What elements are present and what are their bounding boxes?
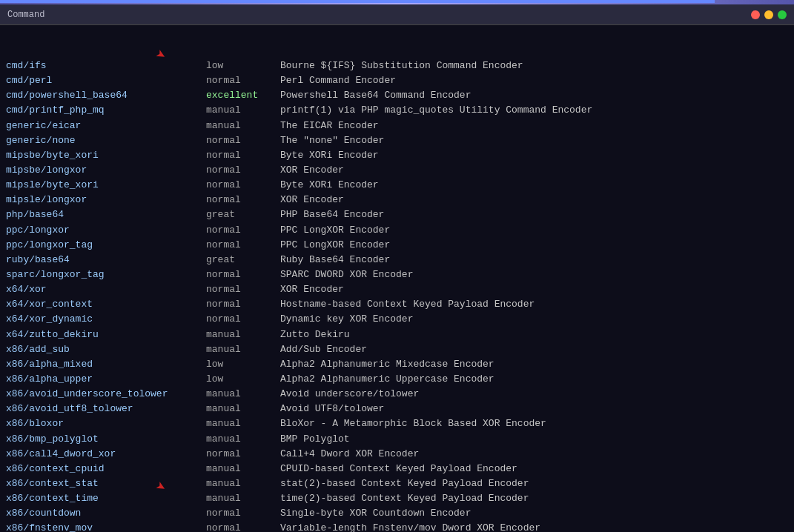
encoder-name: mipsle/longxor bbox=[6, 193, 206, 207]
encoder-name: ppc/longxor bbox=[6, 223, 206, 238]
encoder-name: x86/bloxor bbox=[6, 416, 206, 431]
table-row: x64/zutto_dekirumanualZutto Dekiru bbox=[6, 327, 788, 342]
encoder-description: XOR Encoder bbox=[280, 282, 788, 297]
encoder-name: x86/bmp_polyglot bbox=[6, 432, 206, 447]
encoder-name: ruby/base64 bbox=[6, 253, 206, 267]
encoder-description: Add/Sub Encoder bbox=[280, 342, 788, 357]
encoder-description: stat(2)-based Context Keyed Payload Enco… bbox=[280, 476, 788, 491]
encoder-description: XOR Encoder bbox=[280, 193, 788, 207]
encoder-rank: normal bbox=[206, 267, 280, 282]
encoder-name: x86/fnstenv_mov bbox=[6, 521, 206, 532]
encoder-rank: great bbox=[206, 253, 280, 267]
encoder-description: Variable-length Fnstenv/mov Dword XOR En… bbox=[280, 521, 788, 532]
encoder-name: cmd/printf_php_mq bbox=[6, 103, 206, 118]
table-row: mipsle/longxornormalXOR Encoder bbox=[6, 193, 788, 207]
table-row: mipsbe/longxornormalXOR Encoder bbox=[6, 163, 788, 178]
encoder-rank: normal bbox=[206, 163, 280, 178]
encoder-rank: normal bbox=[206, 73, 280, 88]
table-row: cmd/ifslowBourne ${IFS} Substitution Com… bbox=[6, 59, 788, 73]
encoder-description: The "none" Encoder bbox=[280, 133, 788, 148]
encoder-rank: normal bbox=[206, 312, 280, 327]
encoder-rank: manual bbox=[206, 387, 280, 402]
encoder-name: cmd/ifs bbox=[6, 59, 206, 73]
terminal-window: Command cmd/ifslowBourne ${IFS} Substitu… bbox=[0, 0, 794, 532]
table-row: php/base64greatPHP Base64 Encoder bbox=[6, 207, 788, 222]
table-row: x86/fnstenv_movnormalVariable-length Fns… bbox=[6, 521, 788, 532]
encoder-name: generic/none bbox=[6, 133, 206, 148]
encoder-rank: manual bbox=[206, 342, 280, 357]
table-row: x86/bloxormanualBloXor - A Metamorphic B… bbox=[6, 416, 788, 431]
maximize-button[interactable] bbox=[778, 10, 787, 19]
table-row: cmd/printf_php_mqmanualprintf(1) via PHP… bbox=[6, 103, 788, 118]
encoder-name: cmd/perl bbox=[6, 73, 206, 88]
encoder-description: Avoid UTF8/tolower bbox=[280, 402, 788, 416]
encoder-name: x86/context_time bbox=[6, 491, 206, 506]
encoder-name: x86/context_stat bbox=[6, 476, 206, 491]
header-title: Command bbox=[7, 10, 44, 20]
encoder-description: BloXor - A Metamorphic Block Based XOR E… bbox=[280, 416, 788, 431]
table-row: generic/eicarmanualThe EICAR Encoder bbox=[6, 119, 788, 133]
encoder-rank: normal bbox=[206, 193, 280, 207]
table-row: ruby/base64greatRuby Base64 Encoder bbox=[6, 253, 788, 267]
close-button[interactable] bbox=[751, 10, 760, 19]
encoder-rank: low bbox=[206, 59, 280, 73]
encoder-name: cmd/powershell_base64 bbox=[6, 88, 206, 103]
encoder-name: sparc/longxor_tag bbox=[6, 267, 206, 282]
encoder-name: mipsbe/byte_xori bbox=[6, 148, 206, 163]
table-row: x86/alpha_mixedlowAlpha2 Alphanumeric Mi… bbox=[6, 357, 788, 372]
table-row: x86/countdownnormalSingle-byte XOR Count… bbox=[6, 506, 788, 521]
encoder-description: Single-byte XOR Countdown Encoder bbox=[280, 506, 788, 521]
table-row: cmd/perlnormalPerl Command Encoder bbox=[6, 73, 788, 88]
table-row: x86/bmp_polyglotmanualBMP Polyglot bbox=[6, 432, 788, 447]
encoder-rank: normal bbox=[206, 178, 280, 193]
encoder-description: BMP Polyglot bbox=[280, 432, 788, 447]
encoder-rank: normal bbox=[206, 447, 280, 462]
table-row: x86/avoid_underscore_tolowermanualAvoid … bbox=[6, 387, 788, 402]
window-controls bbox=[751, 10, 787, 19]
encoder-description: Perl Command Encoder bbox=[280, 73, 788, 88]
encoder-rank: excellent bbox=[206, 88, 280, 103]
table-row: x86/alpha_upperlowAlpha2 Alphanumeric Up… bbox=[6, 372, 788, 387]
encoder-description: Call+4 Dword XOR Encoder bbox=[280, 447, 788, 462]
encoder-description: Byte XORi Encoder bbox=[280, 178, 788, 193]
encoder-description: Ruby Base64 Encoder bbox=[280, 253, 788, 267]
terminal-content: cmd/ifslowBourne ${IFS} Substitution Com… bbox=[0, 25, 794, 532]
encoder-rank: manual bbox=[206, 432, 280, 447]
encoder-description: XOR Encoder bbox=[280, 163, 788, 178]
minimize-button[interactable] bbox=[764, 10, 773, 19]
encoder-rank: normal bbox=[206, 148, 280, 163]
encoder-rank: low bbox=[206, 372, 280, 387]
encoder-name: x86/add_sub bbox=[6, 342, 206, 357]
table-row: x86/call4_dword_xornormalCall+4 Dword XO… bbox=[6, 447, 788, 462]
encoder-name: x86/avoid_utf8_tolower bbox=[6, 402, 206, 416]
table-row: generic/nonenormalThe "none" Encoder bbox=[6, 133, 788, 148]
encoder-description: PPC LongXOR Encoder bbox=[280, 238, 788, 253]
table-row: x86/context_timemanualtime(2)-based Cont… bbox=[6, 491, 788, 506]
encoder-rank: manual bbox=[206, 491, 280, 506]
encoder-description: Avoid underscore/tolower bbox=[280, 387, 788, 402]
table-row: ppc/longxornormalPPC LongXOR Encoder bbox=[6, 223, 788, 238]
encoder-rank: manual bbox=[206, 416, 280, 431]
encoder-rank: manual bbox=[206, 327, 280, 342]
encoder-name: x64/xor_context bbox=[6, 297, 206, 312]
encoder-rank: normal bbox=[206, 238, 280, 253]
encoder-description: SPARC DWORD XOR Encoder bbox=[280, 267, 788, 282]
encoder-rank: normal bbox=[206, 133, 280, 148]
table-row: x86/context_statmanualstat(2)-based Cont… bbox=[6, 476, 788, 491]
encoder-name: x86/call4_dword_xor bbox=[6, 447, 206, 462]
terminal-header: Command bbox=[0, 4, 794, 25]
top-progress-bar bbox=[0, 0, 794, 4]
table-row: x64/xornormalXOR Encoder bbox=[6, 282, 788, 297]
table-row: ppc/longxor_tagnormalPPC LongXOR Encoder bbox=[6, 238, 788, 253]
encoder-rank: manual bbox=[206, 119, 280, 133]
encoder-description: Dynamic key XOR Encoder bbox=[280, 312, 788, 327]
encoder-description: Zutto Dekiru bbox=[280, 327, 788, 342]
encoder-name: x64/xor bbox=[6, 282, 206, 297]
encoder-name: x64/xor_dynamic bbox=[6, 312, 206, 327]
encoder-name: php/base64 bbox=[6, 207, 206, 222]
encoder-description: Byte XORi Encoder bbox=[280, 148, 788, 163]
encoder-description: PPC LongXOR Encoder bbox=[280, 223, 788, 238]
encoder-rank: normal bbox=[206, 297, 280, 312]
encoder-name: x86/context_cpuid bbox=[6, 462, 206, 476]
encoder-rank: normal bbox=[206, 282, 280, 297]
